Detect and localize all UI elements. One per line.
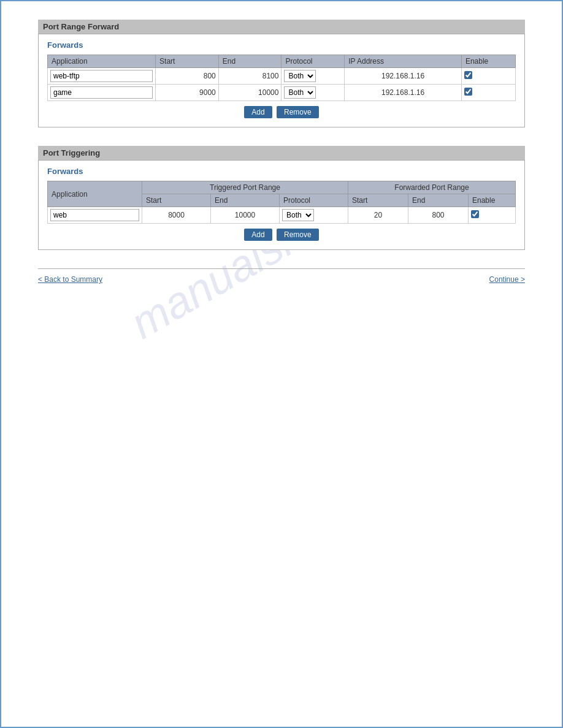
pt-btn-row: Add Remove (47, 229, 516, 241)
col-start-1: Start (156, 55, 219, 68)
prf-ip-1: 192.168.1.16 (345, 85, 462, 101)
prf-add-button[interactable]: Add (244, 106, 272, 118)
prf-start-1: 9000 (156, 85, 219, 101)
prf-remove-button[interactable]: Remove (277, 106, 319, 118)
col-application-1: Application (48, 55, 156, 68)
forwards-label-2: Forwards (47, 167, 516, 176)
port-triggering-box: Forwards Application Triggered Port Rang… (38, 160, 525, 250)
pt-forwarded-range-header: Forwarded Port Range (348, 181, 516, 194)
col-end-1: End (218, 55, 282, 68)
divider (38, 268, 525, 269)
prf-btn-row: Add Remove (47, 106, 516, 118)
prf-enable-checkbox-1[interactable] (464, 88, 472, 96)
prf-application-input-1[interactable] (50, 86, 153, 99)
pt-col-enable: Enable (469, 194, 516, 207)
pt-col-fstart: Start (348, 194, 408, 207)
col-protocol-1: Protocol (282, 55, 345, 68)
pt-col-tend: End (211, 194, 280, 207)
prf-protocol-select-1[interactable]: BothTCPUDP (284, 86, 316, 99)
table-row: 8008100BothTCPUDP192.168.1.16 (48, 68, 516, 85)
pt-col-application: Application (48, 181, 142, 207)
port-triggering-table: Application Triggered Port Range Forward… (47, 181, 516, 224)
pt-triggered-end-0: 10000 (211, 207, 280, 224)
port-range-forward-table: Application Start End Protocol IP Addres… (47, 55, 516, 101)
prf-end-0: 8100 (218, 68, 282, 85)
pt-forwarded-start-0: 20 (348, 207, 408, 224)
continue-link[interactable]: Continue > (489, 275, 525, 284)
prf-enable-checkbox-0[interactable] (464, 71, 472, 79)
col-enable-1: Enable (461, 55, 515, 68)
prf-application-input-0[interactable] (50, 70, 153, 82)
pt-enable-checkbox-0[interactable] (471, 210, 479, 218)
pt-forwarded-end-0: 800 (408, 207, 469, 224)
prf-protocol-select-0[interactable]: BothTCPUDP (284, 70, 316, 82)
port-range-forward-section: Port Range Forward Forwards Application … (38, 20, 525, 127)
forwards-label-1: Forwards (47, 40, 516, 50)
table-row: 900010000BothTCPUDP192.168.1.16 (48, 85, 516, 101)
col-ip-1: IP Address (345, 55, 462, 68)
table-row: 800010000BothTCPUDP20800 (48, 207, 516, 224)
prf-start-0: 800 (156, 68, 219, 85)
pt-triggered-start-0: 8000 (142, 207, 211, 224)
pt-application-input-0[interactable] (50, 209, 139, 221)
prf-ip-0: 192.168.1.16 (345, 68, 462, 85)
port-triggering-header: Port Triggering (38, 146, 525, 160)
prf-end-1: 10000 (218, 85, 282, 101)
pt-col-tstart: Start (142, 194, 211, 207)
pt-protocol-select-0[interactable]: BothTCPUDP (282, 209, 314, 221)
pt-col-fend: End (408, 194, 469, 207)
pt-remove-button[interactable]: Remove (277, 229, 319, 241)
pt-col-protocol: Protocol (280, 194, 348, 207)
port-range-forward-header: Port Range Forward (38, 20, 525, 34)
back-link[interactable]: < Back to Summary (38, 275, 102, 284)
pt-add-button[interactable]: Add (244, 229, 272, 241)
port-range-forward-box: Forwards Application Start End Protocol … (38, 34, 525, 127)
bottom-links: < Back to Summary Continue > (38, 275, 525, 284)
page-container: manualshive.com Port Range Forward Forwa… (0, 0, 563, 728)
port-triggering-section: Port Triggering Forwards Application Tri… (38, 146, 525, 250)
pt-triggered-range-header: Triggered Port Range (142, 181, 348, 194)
